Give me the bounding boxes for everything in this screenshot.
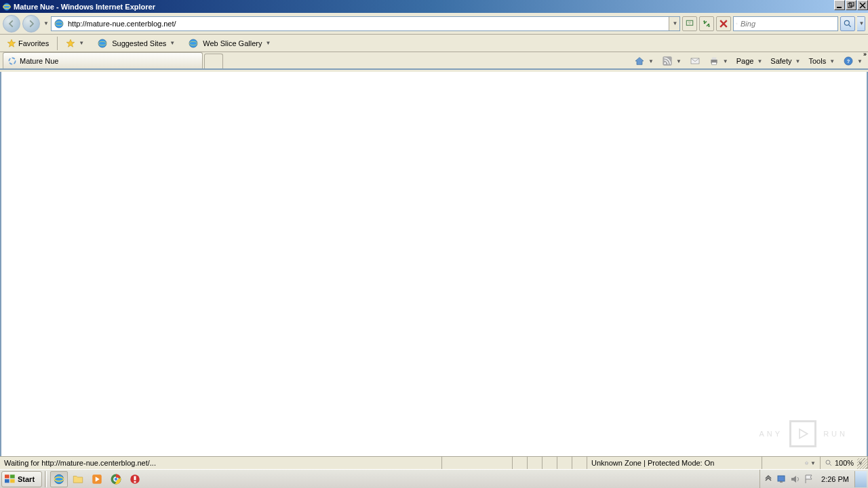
progress-bar <box>442 457 513 469</box>
tray-network-icon[interactable] <box>776 474 787 485</box>
tray-expand-icon[interactable] <box>763 474 774 485</box>
svg-point-7 <box>55 20 63 28</box>
system-tray: 2:26 PM <box>760 470 868 488</box>
maximize-button[interactable] <box>846 0 856 10</box>
help-button[interactable]: ?▼ <box>840 54 865 68</box>
chrome-icon <box>110 473 122 485</box>
svg-rect-9 <box>686 20 692 25</box>
ie-icon <box>53 473 65 485</box>
svg-rect-31 <box>5 474 9 478</box>
windows-flag-icon <box>5 474 16 484</box>
home-icon <box>634 56 645 66</box>
security-zone: Unknown Zone | Protected Mode: On <box>587 457 762 469</box>
favorites-bar: Favorites ▼ Suggested Sites ▼ Web Slice … <box>0 35 868 52</box>
command-bar: ▼ ▼ ▼ Page▼ Safety▼ Tools▼ ?▼ <box>631 54 865 68</box>
safety-menu[interactable]: Safety▼ <box>768 56 803 66</box>
url-input[interactable] <box>66 18 669 29</box>
print-button[interactable]: ▼ <box>706 54 731 68</box>
svg-point-22 <box>664 62 666 64</box>
tools-label: Tools <box>808 57 826 65</box>
print-icon <box>709 56 719 66</box>
svg-line-15 <box>849 24 851 26</box>
status-text: Waiting for http://mature-nue.centerblog… <box>0 457 442 469</box>
rss-icon <box>662 56 673 66</box>
add-favorite-button[interactable]: ▼ <box>63 37 87 49</box>
suggested-sites-link[interactable]: Suggested Sites ▼ <box>92 37 178 50</box>
compatibility-button[interactable] <box>682 16 697 31</box>
svg-point-29 <box>826 460 830 464</box>
webslice-label: Web Slice Gallery <box>203 39 262 47</box>
svg-text:?: ? <box>847 58 850 64</box>
favorites-button[interactable]: Favorites <box>4 37 52 49</box>
svg-line-30 <box>829 464 831 465</box>
mail-button[interactable] <box>687 54 703 68</box>
tray-volume-icon[interactable] <box>790 474 801 485</box>
tab-title: Mature Nue <box>20 57 58 65</box>
svg-rect-26 <box>711 62 716 64</box>
taskbar-media[interactable] <box>88 471 106 487</box>
start-button[interactable]: Start <box>1 471 42 487</box>
zoom-icon <box>825 459 833 467</box>
page-menu[interactable]: Page▼ <box>734 56 766 66</box>
feeds-button[interactable]: ▼ <box>659 54 684 68</box>
status-slot-3 <box>542 457 557 469</box>
tray-flag-icon[interactable] <box>804 474 814 485</box>
taskbar-ie[interactable] <box>50 471 68 487</box>
shield-icon <box>129 473 141 485</box>
star-plus-icon <box>66 39 75 48</box>
svg-point-14 <box>844 20 849 25</box>
webslice-link[interactable]: Web Slice Gallery ▼ <box>183 37 273 50</box>
home-button[interactable]: ▼ <box>631 54 656 68</box>
mail-icon <box>690 56 701 66</box>
zoom-value: 100% <box>835 459 854 467</box>
nav-history-dropdown[interactable]: ▼ <box>42 20 49 26</box>
zoom-mode-button[interactable]: ▼ <box>800 457 821 469</box>
close-button[interactable] <box>857 0 868 10</box>
page-label: Page <box>736 57 754 65</box>
forward-button[interactable] <box>22 15 40 33</box>
search-button[interactable] <box>840 16 855 31</box>
resize-grip[interactable] <box>857 458 868 469</box>
loading-icon <box>7 56 17 66</box>
tab-bar: Mature Nue ▼ ▼ ▼ Page▼ Safety▼ Tools▼ ?▼… <box>0 52 868 70</box>
taskbar-chrome[interactable] <box>107 471 125 487</box>
svg-rect-43 <box>134 481 136 483</box>
show-desktop-button[interactable] <box>854 471 867 487</box>
search-input[interactable] <box>738 18 837 29</box>
chevron-more-icon[interactable]: » <box>863 51 867 58</box>
help-icon: ? <box>843 56 854 66</box>
page-icon <box>54 18 64 29</box>
svg-point-35 <box>54 474 64 484</box>
taskbar: Start 2:26 PM <box>0 469 868 488</box>
safety-label: Safety <box>770 57 791 65</box>
ie-icon <box>188 38 199 49</box>
svg-point-12 <box>736 23 738 24</box>
status-bar: Waiting for http://mature-nue.centerblog… <box>0 456 868 469</box>
status-slot-4 <box>557 457 572 469</box>
taskbar-separator <box>45 471 47 487</box>
svg-rect-45 <box>780 481 783 483</box>
status-slot-1 <box>513 457 528 469</box>
status-slot-5 <box>572 457 587 469</box>
search-dropdown[interactable]: ▼ <box>857 16 865 31</box>
ie-icon <box>2 2 12 12</box>
folder-icon <box>72 473 84 485</box>
taskbar-app[interactable] <box>126 471 144 487</box>
browser-tab[interactable]: Mature Nue <box>3 52 203 68</box>
svg-rect-34 <box>10 479 15 483</box>
tools-menu[interactable]: Tools▼ <box>806 56 837 66</box>
taskbar-clock[interactable]: 2:26 PM <box>816 475 854 483</box>
ie-icon <box>97 38 108 49</box>
search-icon <box>736 19 738 28</box>
stop-button[interactable] <box>716 16 731 31</box>
svg-rect-32 <box>10 474 15 478</box>
taskbar-explorer[interactable] <box>69 471 87 487</box>
media-icon <box>91 473 103 485</box>
refresh-button[interactable] <box>699 16 714 31</box>
minimize-button[interactable] <box>834 0 845 10</box>
back-button[interactable] <box>3 15 20 33</box>
new-tab-button[interactable] <box>204 54 223 68</box>
favorites-label: Favorites <box>18 39 49 47</box>
url-dropdown[interactable]: ▼ <box>669 17 679 30</box>
address-bar: ▼ <box>51 16 680 31</box>
